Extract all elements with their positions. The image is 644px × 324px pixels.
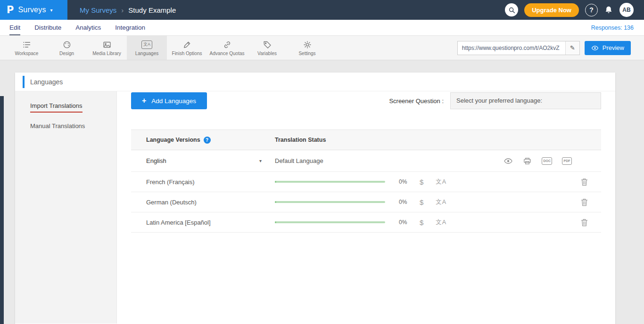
- preview-label: Preview: [603, 44, 624, 51]
- tab-edit[interactable]: Edit: [9, 20, 20, 35]
- translate-icon[interactable]: 文A: [436, 178, 446, 186]
- language-name: Latin America [Español]: [146, 219, 211, 226]
- eye-icon: [591, 45, 599, 51]
- translation-percent: 0%: [399, 219, 411, 226]
- sidebar-item-label: Import Translations: [30, 102, 83, 113]
- accent-bar: [23, 76, 25, 88]
- toolbar-item-workspace[interactable]: Workspace: [7, 36, 47, 60]
- design-icon: [62, 40, 72, 49]
- tab-analytics[interactable]: Analytics: [75, 20, 101, 35]
- app-switcher[interactable]: P Surveys ▾: [0, 0, 67, 20]
- language-name: French (Français): [146, 178, 195, 186]
- screener-question-group: Screener Question : Select your preferre…: [389, 92, 601, 109]
- variables-icon: [263, 40, 272, 49]
- preview-button[interactable]: Preview: [585, 41, 631, 55]
- export-pdf-icon[interactable]: PDF: [562, 157, 572, 165]
- column-header-language-versions: Language Versions: [146, 137, 200, 143]
- toolbar-item-variables[interactable]: Variables: [247, 36, 287, 60]
- pencil-icon: ✎: [570, 44, 575, 51]
- toolbar-item-label: Advance Quotas: [210, 51, 245, 56]
- survey-link-group: ✎ Preview: [457, 36, 644, 60]
- toolbar-item-label: Finish Options: [172, 51, 202, 56]
- languages-icon: 文A: [141, 40, 152, 49]
- survey-tabs-bar: Edit Distribute Analytics Integration Re…: [0, 20, 644, 36]
- actions-row: + Add Languages Screener Question : Sele…: [131, 92, 601, 109]
- translate-icon[interactable]: 文A: [436, 198, 446, 206]
- page: P Surveys ▾ My Surveys › Study Example U…: [0, 0, 644, 324]
- help-button[interactable]: ?: [585, 4, 598, 16]
- panel-title: Languages: [30, 78, 63, 86]
- sidebar-item-import-translations[interactable]: Import Translations: [15, 97, 116, 117]
- toolbar-item-finish-options[interactable]: Finish Options: [167, 36, 207, 60]
- main-content: Languages Import Translations Manual Tra…: [0, 60, 644, 324]
- upgrade-now-button[interactable]: Upgrade Now: [524, 3, 579, 17]
- languages-panel: Languages Import Translations Manual Tra…: [15, 73, 615, 324]
- search-button[interactable]: [505, 3, 518, 16]
- toolbar-item-settings[interactable]: Settings: [287, 36, 327, 60]
- sidebar-item-label: Manual Translations: [30, 122, 85, 130]
- topbar: P Surveys ▾ My Surveys › Study Example U…: [0, 0, 644, 20]
- language-name: German (Deutsch): [146, 199, 197, 206]
- paid-translation-icon[interactable]: $: [420, 178, 423, 186]
- export-doc-icon[interactable]: DOC: [542, 157, 552, 165]
- media-library-icon: [102, 40, 112, 49]
- toolbar-item-label: Settings: [298, 51, 315, 56]
- panel-header: Languages: [15, 73, 615, 91]
- languages-table: Language Versions ? Translation Status: [131, 130, 601, 233]
- view-survey-icon[interactable]: [504, 158, 513, 164]
- add-languages-button[interactable]: + Add Languages: [131, 92, 207, 109]
- breadcrumb: My Surveys › Study Example: [80, 6, 176, 14]
- breadcrumb-separator-icon: ›: [121, 6, 124, 14]
- paid-translation-icon[interactable]: $: [420, 198, 423, 206]
- toolbar-item-design[interactable]: Design: [47, 36, 87, 60]
- question-icon: ?: [589, 6, 594, 14]
- toolbar-item-media-library[interactable]: Media Library: [87, 36, 127, 60]
- survey-url-input[interactable]: [458, 45, 565, 51]
- help-icon[interactable]: ?: [204, 137, 211, 144]
- language-name: English: [146, 157, 166, 164]
- settings-icon: [303, 40, 312, 49]
- edit-url-button[interactable]: ✎: [565, 41, 579, 55]
- questionpro-logo-icon: P: [7, 4, 14, 16]
- chevron-down-icon[interactable]: ▾: [259, 158, 262, 163]
- table-row-language: French (Français) 0% $ 文A: [131, 172, 601, 192]
- avatar[interactable]: AB: [619, 3, 634, 17]
- sidebar-item-manual-translations[interactable]: Manual Translations: [15, 117, 116, 134]
- table-row-language: German (Deutsch) 0% $ 文A: [131, 192, 601, 212]
- collapsed-sidebar-strip: [0, 96, 4, 324]
- chevron-down-icon: ▾: [50, 8, 53, 13]
- translation-progress-bar: [275, 201, 385, 203]
- languages-sidebar: Import Translations Manual Translations: [15, 91, 117, 324]
- translation-percent: 0%: [399, 199, 411, 205]
- paid-translation-icon[interactable]: $: [420, 219, 423, 227]
- column-header-translation-status: Translation Status: [275, 137, 326, 143]
- tab-integration[interactable]: Integration: [115, 20, 145, 35]
- toolbar-item-languages[interactable]: 文A Languages: [127, 36, 167, 60]
- finish-options-icon: [182, 40, 192, 49]
- delete-language-icon[interactable]: [581, 198, 588, 206]
- add-languages-label: Add Languages: [151, 97, 196, 105]
- plus-icon: +: [142, 97, 146, 105]
- breadcrumb-current: Study Example: [128, 6, 176, 14]
- topbar-actions: Upgrade Now ? AB: [505, 3, 644, 17]
- table-row-language: Latin America [Español] 0% $ 文A: [131, 212, 601, 233]
- delete-language-icon[interactable]: [581, 178, 588, 186]
- toolbar-item-label: Media Library: [92, 51, 121, 56]
- translation-progress-bar: [275, 221, 385, 223]
- responses-count[interactable]: Responses: 136: [591, 24, 634, 31]
- bell-icon: [604, 6, 613, 14]
- print-icon[interactable]: [523, 157, 532, 165]
- translate-icon[interactable]: 文A: [436, 219, 446, 227]
- edit-toolbar: Workspace Design Media Library 文A Langua…: [0, 36, 644, 60]
- tab-distribute[interactable]: Distribute: [34, 20, 61, 35]
- table-row-default-language: English ▾ Default Language: [131, 150, 601, 172]
- toolbar-item-advance-quotas[interactable]: Advance Quotas: [207, 36, 247, 60]
- toolbar-item-label: Variables: [257, 51, 277, 56]
- breadcrumb-my-surveys[interactable]: My Surveys: [80, 6, 116, 14]
- workspace-icon: [22, 40, 32, 49]
- languages-main: + Add Languages Screener Question : Sele…: [117, 91, 615, 324]
- delete-language-icon[interactable]: [581, 219, 588, 227]
- notifications-button[interactable]: [604, 6, 613, 14]
- table-header-row: Language Versions ? Translation Status: [131, 130, 601, 150]
- screener-question-select[interactable]: Select your preferred language:: [450, 92, 601, 109]
